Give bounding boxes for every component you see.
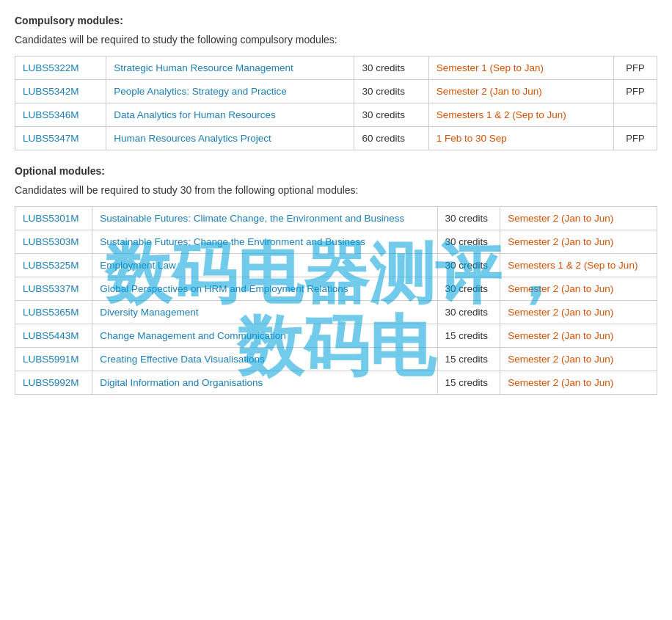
- table-row: LUBS5301M Sustainable Futures: Climate C…: [15, 207, 657, 230]
- pfp-cell: PFP: [614, 80, 657, 103]
- semester-cell: Semester 2 (Jan to Jun): [500, 230, 657, 254]
- module-name-cell: Sustainable Futures: Change the Environm…: [92, 230, 437, 254]
- semester-cell: Semester 2 (Jan to Jun): [500, 371, 657, 395]
- credits-cell: 30 credits: [437, 277, 500, 301]
- table-row: LUBS5346M Data Analytics for Human Resou…: [15, 103, 657, 127]
- semester-cell: 1 Feb to 30 Sep: [428, 127, 613, 150]
- optional-section: Optional modules: Candidates will be req…: [15, 165, 657, 395]
- module-code-cell[interactable]: LUBS5347M: [15, 127, 106, 150]
- semester-cell: Semester 1 (Sep to Jan): [428, 56, 613, 80]
- compulsory-intro: Candidates will be required to study the…: [15, 34, 657, 45]
- pfp-cell: PFP: [614, 127, 657, 150]
- table-row: LUBS5443M Change Management and Communic…: [15, 324, 657, 348]
- module-name-cell: Change Management and Communication: [92, 324, 437, 348]
- module-code-cell[interactable]: LUBS5365M: [15, 301, 92, 324]
- credits-cell: 30 credits: [354, 80, 428, 103]
- module-code-cell[interactable]: LUBS5992M: [15, 371, 92, 395]
- compulsory-title: Compulsory modules:: [15, 15, 657, 26]
- table-row: LUBS5991M Creating Effective Data Visual…: [15, 348, 657, 371]
- module-code-cell[interactable]: LUBS5337M: [15, 277, 92, 301]
- credits-cell: 30 credits: [437, 254, 500, 277]
- module-name-cell: Sustainable Futures: Climate Change, the…: [92, 207, 437, 230]
- semester-cell: Semester 2 (Jan to Jun): [500, 348, 657, 371]
- semester-cell: Semester 2 (Jan to Jun): [428, 80, 613, 103]
- module-name-cell: Human Resources Analytics Project: [106, 127, 354, 150]
- compulsory-table: LUBS5322M Strategic Human Resource Manag…: [15, 56, 657, 150]
- table-row: LUBS5347M Human Resources Analytics Proj…: [15, 127, 657, 150]
- module-name-cell: Global Perspectives on HRM and Employmen…: [92, 277, 437, 301]
- credits-cell: 15 credits: [437, 348, 500, 371]
- semester-cell: Semester 2 (Jan to Jun): [500, 301, 657, 324]
- credits-cell: 60 credits: [354, 127, 428, 150]
- optional-title: Optional modules:: [15, 165, 657, 177]
- module-name-cell: People Analytics: Strategy and Practice: [106, 80, 354, 103]
- optional-intro: Candidates will be required to study 30 …: [15, 184, 657, 196]
- table-row: LUBS5342M People Analytics: Strategy and…: [15, 80, 657, 103]
- credits-cell: 30 credits: [437, 230, 500, 254]
- credits-cell: 15 credits: [437, 324, 500, 348]
- table-row: LUBS5365M Diversity Management 30 credit…: [15, 301, 657, 324]
- module-code-cell[interactable]: LUBS5301M: [15, 207, 92, 230]
- module-name-cell: Creating Effective Data Visualisations: [92, 348, 437, 371]
- module-code-cell[interactable]: LUBS5346M: [15, 103, 106, 127]
- module-code-cell[interactable]: LUBS5322M: [15, 56, 106, 80]
- table-row: LUBS5325M Employment Law 30 credits Seme…: [15, 254, 657, 277]
- module-name-cell: Employment Law: [92, 254, 437, 277]
- module-code-cell[interactable]: LUBS5443M: [15, 324, 92, 348]
- credits-cell: 30 credits: [437, 301, 500, 324]
- semester-cell: Semesters 1 & 2 (Sep to Jun): [500, 254, 657, 277]
- semester-cell: Semester 2 (Jan to Jun): [500, 324, 657, 348]
- module-code-cell[interactable]: LUBS5991M: [15, 348, 92, 371]
- module-name-cell: Digital Information and Organisations: [92, 371, 437, 395]
- pfp-cell: PFP: [614, 56, 657, 80]
- module-name-cell: Data Analytics for Human Resources: [106, 103, 354, 127]
- semester-cell: Semester 2 (Jan to Jun): [500, 277, 657, 301]
- credits-cell: 30 credits: [354, 56, 428, 80]
- module-code-cell[interactable]: LUBS5325M: [15, 254, 92, 277]
- module-code-cell[interactable]: LUBS5303M: [15, 230, 92, 254]
- compulsory-section: Compulsory modules: Candidates will be r…: [15, 15, 657, 150]
- semester-cell: Semesters 1 & 2 (Sep to Jun): [428, 103, 613, 127]
- module-name-cell: Diversity Management: [92, 301, 437, 324]
- pfp-cell: [614, 103, 657, 127]
- module-code-cell[interactable]: LUBS5342M: [15, 80, 106, 103]
- table-row: LUBS5992M Digital Information and Organi…: [15, 371, 657, 395]
- credits-cell: 30 credits: [354, 103, 428, 127]
- semester-cell: Semester 2 (Jan to Jun): [500, 207, 657, 230]
- credits-cell: 15 credits: [437, 371, 500, 395]
- module-name-cell: Strategic Human Resource Management: [106, 56, 354, 80]
- credits-cell: 30 credits: [437, 207, 500, 230]
- table-row: LUBS5303M Sustainable Futures: Change th…: [15, 230, 657, 254]
- optional-table: LUBS5301M Sustainable Futures: Climate C…: [15, 206, 657, 395]
- table-row: LUBS5322M Strategic Human Resource Manag…: [15, 56, 657, 80]
- table-row: LUBS5337M Global Perspectives on HRM and…: [15, 277, 657, 301]
